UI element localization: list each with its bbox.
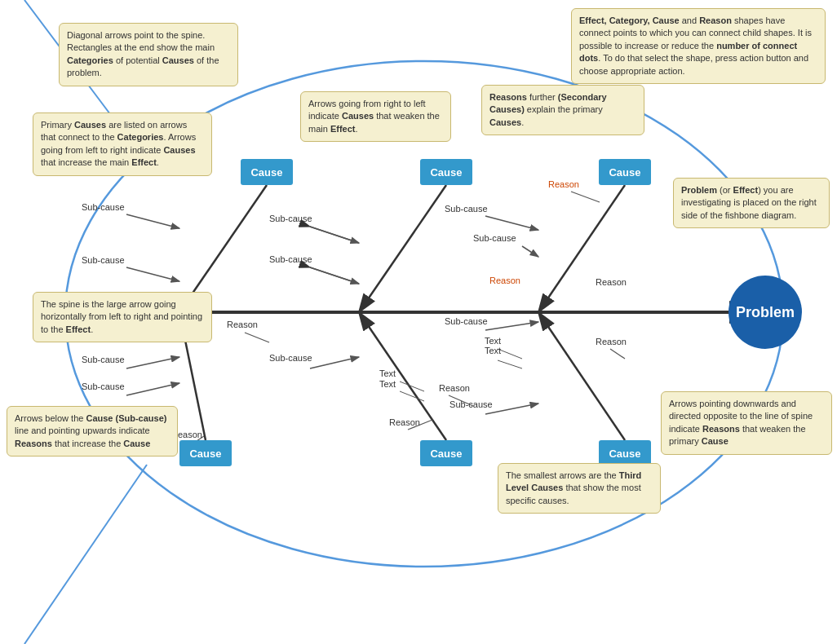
svg-line-19 <box>485 216 538 230</box>
reason-label-2: Reason <box>489 276 520 285</box>
reason-label-8: Reason <box>389 417 420 427</box>
svg-line-26 <box>485 322 538 330</box>
svg-line-27 <box>485 404 538 414</box>
text-label-1: Text <box>485 336 501 346</box>
text-label-2: Text <box>485 346 501 355</box>
cause-box-3[interactable]: Cause <box>599 159 651 185</box>
text-label-3: Text <box>379 368 396 378</box>
cause-box-2[interactable]: Cause <box>420 159 472 185</box>
svg-line-22 <box>126 357 179 368</box>
svg-line-12 <box>538 312 625 440</box>
subcause-label-5: Sub-cause <box>445 204 488 214</box>
svg-line-14 <box>126 267 179 281</box>
tooltip-third-level: The smallest arrows are the Third Level … <box>498 463 661 514</box>
tooltip-diagonal-arrows: Diagonal arrows point to the spine. Rect… <box>59 23 238 86</box>
svg-line-25 <box>310 357 359 368</box>
svg-line-18 <box>310 267 359 284</box>
subcause-label-2: Sub-cause <box>82 255 125 265</box>
tooltip-primary-causes: Primary Causes are listed on arrows that… <box>33 112 212 176</box>
tooltip-reasons-secondary: Reasons further (Secondary Causes) expla… <box>481 85 644 135</box>
subcause-label-9: Sub-cause <box>269 353 312 363</box>
problem-circle[interactable]: Problem <box>728 276 802 349</box>
svg-line-24 <box>245 333 269 342</box>
tooltip-connect-points: Effect, Category, Cause and Reason shape… <box>571 8 826 84</box>
subcause-label-11: Sub-cause <box>445 399 493 409</box>
text-label-4: Text <box>379 379 396 389</box>
svg-line-29 <box>498 360 522 368</box>
reason-label-7: Reason <box>439 383 470 393</box>
tooltip-arrows-downward: Arrows pointing downwards and directed o… <box>661 391 832 455</box>
svg-line-8 <box>359 185 446 312</box>
svg-line-2 <box>24 465 147 644</box>
cause-box-4[interactable]: Cause <box>179 440 232 466</box>
cause-box-5[interactable]: Cause <box>420 440 472 466</box>
svg-line-34 <box>610 349 625 359</box>
subcause-label-8: Sub-cause <box>82 382 125 391</box>
subcause-label-10: Sub-cause <box>445 316 488 326</box>
reason-label-3: Reason <box>596 277 627 287</box>
tooltip-spine: The spine is the large arrow going horiz… <box>33 292 212 342</box>
svg-line-21 <box>571 192 600 202</box>
reason-label-5: Reason <box>596 337 627 346</box>
tooltip-arrows-below: Arrows below the Cause (Sub-cause) line … <box>7 406 178 457</box>
reason-label-4: Reason <box>227 320 258 329</box>
subcause-label-6: Sub-cause <box>473 233 516 243</box>
svg-line-23 <box>126 383 179 395</box>
svg-line-9 <box>538 185 625 312</box>
subcause-label-7: Sub-cause <box>82 355 125 364</box>
svg-line-28 <box>498 349 522 359</box>
svg-line-17 <box>310 227 359 243</box>
tooltip-problem-effect: Problem (or Effect) you are investigatin… <box>673 178 830 228</box>
reason-label-1: Reason <box>548 179 579 189</box>
subcause-label-4: Sub-cause <box>269 254 312 264</box>
svg-line-20 <box>522 246 538 257</box>
tooltip-right-to-left: Arrows going from right to left indicate… <box>300 91 451 142</box>
subcause-label-3: Sub-cause <box>269 214 312 223</box>
cause-box-1[interactable]: Cause <box>241 159 293 185</box>
svg-line-13 <box>126 214 179 228</box>
svg-line-31 <box>400 391 424 401</box>
subcause-label-1: Sub-cause <box>82 202 125 212</box>
